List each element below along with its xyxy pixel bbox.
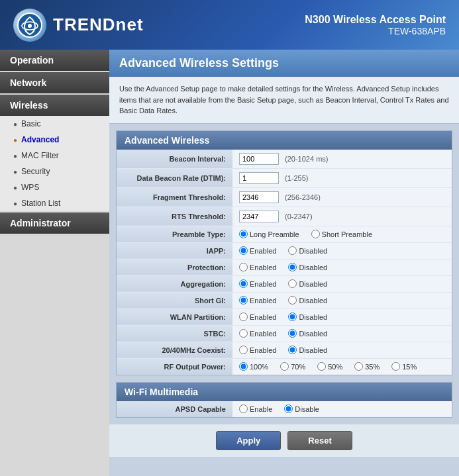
bullet-advanced: ● (13, 136, 17, 144)
radio-short-preamble[interactable] (311, 230, 320, 238)
sidebar-label-basic: Basic (21, 119, 40, 128)
radio-label-protection-enabled[interactable]: Enabled (239, 263, 276, 271)
radio-label-rf-15[interactable]: 15% (391, 362, 417, 371)
radio-rf-100[interactable] (239, 362, 248, 371)
value-rts-threshold: (0-2347) (232, 207, 452, 226)
radio-label-stbc-disabled[interactable]: Disabled (288, 329, 327, 338)
sidebar-item-basic[interactable]: ● Basic (0, 116, 109, 132)
radio-label-short-gi-disabled[interactable]: Disabled (288, 296, 327, 305)
radio-label-short-gi-enabled[interactable]: Enabled (239, 296, 276, 305)
sidebar-item-security[interactable]: ● Security (0, 164, 109, 179)
input-beacon-interval[interactable] (239, 153, 279, 165)
bullet-basic: ● (13, 120, 17, 128)
radio-short-gi-enabled[interactable] (239, 296, 248, 305)
row-stbc: STBC: Enabled Disabled (117, 325, 452, 342)
value-apsd-capable: Enable Disable (232, 401, 452, 417)
bullet-wps: ● (13, 184, 17, 191)
input-fragment-threshold[interactable] (239, 191, 279, 203)
reset-button[interactable]: Reset (287, 431, 352, 450)
sidebar-item-advanced[interactable]: ● Advanced (0, 132, 109, 148)
radio-label-long-preamble[interactable]: Long Preamble (239, 230, 299, 238)
radio-label-apsd-disable[interactable]: Disable (284, 405, 319, 413)
button-row: Apply Reset (109, 424, 459, 457)
radio-label-aggregation-enabled[interactable]: Enabled (239, 279, 276, 288)
sidebar-label-mac-filter: MAC Filter (21, 151, 59, 160)
radio-label-protection-disabled[interactable]: Disabled (288, 263, 327, 271)
input-data-beacon-rate[interactable] (239, 172, 279, 184)
sidebar-title-operation[interactable]: Operation (0, 50, 109, 71)
radio-short-gi-disabled[interactable] (288, 296, 297, 305)
content-area: Advanced Wireless Settings Use the Advan… (109, 50, 459, 476)
radio-rf-70[interactable] (280, 362, 289, 371)
content-header: Advanced Wireless Settings (109, 50, 459, 77)
advanced-wireless-title: Advanced Wireless (117, 131, 452, 150)
radio-text-apsd-enable: Enable (250, 405, 272, 413)
content-description: Use the Advanced Setup page to make deta… (109, 77, 459, 124)
radio-label-coexist-enabled[interactable]: Enabled (239, 346, 276, 354)
radio-label-rf-50[interactable]: 50% (317, 362, 342, 371)
radio-rf-15[interactable] (391, 362, 400, 371)
radio-apsd-enable[interactable] (239, 405, 248, 413)
advanced-wireless-box: Advanced Wireless Beacon Interval: (20-1… (116, 130, 452, 375)
sidebar-label-advanced: Advanced (21, 135, 59, 144)
radio-stbc-disabled[interactable] (288, 329, 297, 338)
wifi-multimedia-title: Wi-Fi Multimedia (117, 383, 452, 401)
sidebar: Operation Network Wireless ● Basic ● Adv… (0, 50, 109, 476)
value-preamble-type: Long Preamble Short Preamble (232, 226, 452, 242)
value-data-beacon-rate: (1-255) (232, 168, 452, 187)
radio-rf-50[interactable] (317, 362, 326, 371)
radio-stbc-enabled[interactable] (239, 329, 248, 338)
radio-aggregation-disabled[interactable] (288, 279, 297, 288)
radio-label-rf-35[interactable]: 35% (354, 362, 380, 371)
radio-apsd-disable[interactable] (284, 405, 293, 413)
radio-label-iapp-disabled[interactable]: Disabled (288, 246, 327, 255)
radio-label-short-preamble[interactable]: Short Preamble (311, 230, 372, 238)
radio-coexist-disabled[interactable] (288, 346, 297, 354)
radio-text-coexist-disabled: Disabled (299, 346, 327, 354)
label-wlan-partition: WLAN Partition: (117, 309, 232, 325)
radio-short-gi: Enabled Disabled (239, 296, 445, 305)
label-aggregation: Aggregation: (117, 275, 232, 292)
radio-text-rf-35: 35% (365, 363, 380, 371)
apply-button[interactable]: Apply (216, 431, 281, 450)
radio-iapp-enabled[interactable] (239, 246, 248, 255)
value-aggregation: Enabled Disabled (232, 275, 452, 292)
radio-protection-disabled[interactable] (288, 263, 297, 271)
radio-label-rf-70[interactable]: 70% (280, 362, 305, 371)
row-protection: Protection: Enabled Disabled (117, 259, 452, 275)
radio-text-stbc-disabled: Disabled (299, 330, 327, 338)
row-rts-threshold: RTS Threshold: (0-2347) (117, 207, 452, 226)
sidebar-label-wps: WPS (21, 183, 39, 192)
sidebar-title-wireless[interactable]: Wireless (0, 95, 109, 116)
sidebar-title-administrator[interactable]: Administrator (0, 213, 109, 234)
radio-wlan-partition-enabled[interactable] (239, 312, 248, 321)
row-short-gi: Short GI: Enabled Disabled (117, 292, 452, 309)
radio-label-rf-100[interactable]: 100% (239, 362, 268, 371)
sidebar-title-network[interactable]: Network (0, 72, 109, 93)
radio-label-wlan-partition-disabled[interactable]: Disabled (288, 312, 327, 321)
logo-area: TRENDnet (13, 9, 144, 42)
radio-wlan-partition-disabled[interactable] (288, 312, 297, 321)
radio-label-apsd-enable[interactable]: Enable (239, 405, 272, 413)
radio-iapp: Enabled Disabled (239, 246, 445, 255)
label-protection: Protection: (117, 259, 232, 275)
radio-long-preamble[interactable] (239, 230, 248, 238)
sidebar-item-wps[interactable]: ● WPS (0, 179, 109, 195)
radio-label-aggregation-disabled[interactable]: Disabled (288, 279, 327, 288)
value-fragment-threshold: (256-2346) (232, 187, 452, 207)
value-coexist: Enabled Disabled (232, 342, 452, 358)
radio-iapp-disabled[interactable] (288, 246, 297, 255)
radio-text-rf-100: 100% (250, 363, 268, 371)
input-rts-threshold[interactable] (239, 211, 279, 222)
radio-aggregation-enabled[interactable] (239, 279, 248, 288)
sidebar-item-station-list[interactable]: ● Station List (0, 195, 109, 211)
radio-label-stbc-enabled[interactable]: Enabled (239, 329, 276, 338)
radio-label-wlan-partition-enabled[interactable]: Enabled (239, 312, 276, 321)
radio-protection-enabled[interactable] (239, 263, 248, 271)
radio-text-short-gi-enabled: Enabled (250, 297, 276, 305)
sidebar-item-mac-filter[interactable]: ● MAC Filter (0, 148, 109, 164)
radio-label-coexist-disabled[interactable]: Disabled (288, 346, 327, 354)
radio-rf-35[interactable] (354, 362, 363, 371)
radio-label-iapp-enabled[interactable]: Enabled (239, 246, 276, 255)
radio-coexist-enabled[interactable] (239, 346, 248, 354)
